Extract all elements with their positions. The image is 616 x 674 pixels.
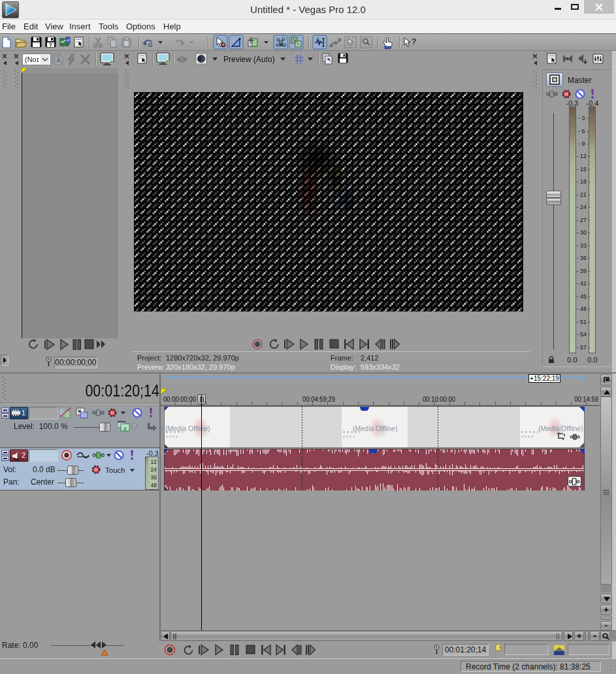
svg-text:A: A	[56, 57, 61, 64]
svg-text:?: ?	[49, 42, 53, 48]
svg-text:α: α	[123, 425, 127, 432]
svg-text:?: ?	[412, 37, 416, 46]
svg-text:Touch: Touch	[105, 466, 125, 474]
svg-text:Preview (Auto): Preview (Auto)	[223, 55, 275, 64]
